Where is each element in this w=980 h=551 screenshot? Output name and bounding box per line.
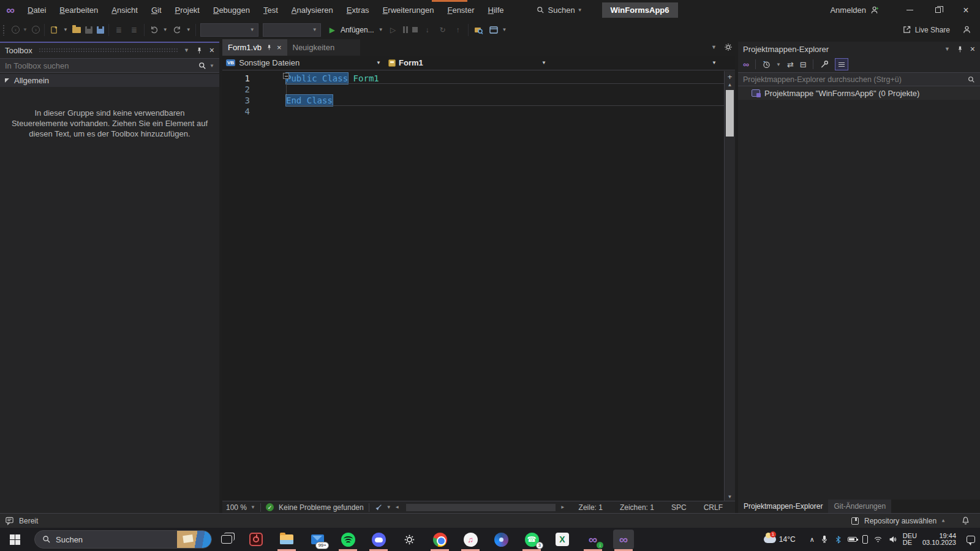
visual-studio-button[interactable]: ∞ xyxy=(616,532,631,547)
chevron-down-icon[interactable]: ▼ xyxy=(186,27,191,32)
toolbox-group-allgemein[interactable]: Allgemein xyxy=(0,74,219,87)
live-share-button[interactable]: Live Share xyxy=(902,25,980,34)
scrollbar-thumb[interactable] xyxy=(726,90,734,137)
pin-icon[interactable] xyxy=(956,45,964,53)
notification-center-icon[interactable] xyxy=(967,536,975,543)
chevron-down-icon[interactable]: ▼ xyxy=(209,63,214,69)
no-problems-check-icon[interactable]: ✓ xyxy=(266,503,274,511)
tab-form1-vb[interactable]: Form1.vb × xyxy=(222,39,287,56)
chevron-up-icon[interactable]: ▼ xyxy=(941,518,946,523)
code-line-1[interactable]: 1 Public Class Form1 xyxy=(222,73,735,84)
discord-button[interactable] xyxy=(371,532,386,547)
menu-erweiterungen[interactable]: Erweiterungen xyxy=(376,0,441,20)
wifi-icon[interactable] xyxy=(873,535,883,544)
caret-line-indicator[interactable]: Zeile: 1 xyxy=(570,503,611,512)
hot-reload-button[interactable]: ▷ xyxy=(388,24,399,36)
feedback-icon[interactable] xyxy=(5,516,14,525)
speaker-icon[interactable] xyxy=(888,535,897,544)
tab-neuigkeiten[interactable]: Neuigkeiten xyxy=(287,39,361,56)
scroll-up-icon[interactable]: ▲ xyxy=(725,82,735,88)
new-project-button[interactable] xyxy=(49,24,60,36)
code-editor[interactable]: 1 Public Class Form1 2 3 End Class 4 xyxy=(222,70,735,501)
mail-button[interactable]: 99+ xyxy=(310,532,325,547)
code-cleanup-broom-icon[interactable] xyxy=(374,503,383,512)
swirl-app-button[interactable] xyxy=(494,532,508,547)
toolbox-search-box[interactable]: In Toolbox suchen ▼ xyxy=(0,58,219,73)
attach-button[interactable]: Anfügen... xyxy=(341,26,374,34)
find-in-files-button[interactable] xyxy=(473,24,484,36)
select-repository-button[interactable]: Repository auswählen xyxy=(864,517,937,525)
show-all-files-icon[interactable] xyxy=(835,58,848,70)
pin-icon[interactable] xyxy=(195,47,203,54)
close-icon[interactable]: × xyxy=(970,44,975,54)
type-dropdown[interactable]: Form1 ▼ xyxy=(385,56,550,70)
menu-projekt[interactable]: Projekt xyxy=(168,0,206,20)
language-indicator[interactable]: DEU DE xyxy=(903,533,917,546)
pause-button[interactable] xyxy=(403,26,408,33)
solution-platforms-dropdown[interactable]: ▼ xyxy=(263,23,321,37)
start-debug-icon[interactable]: ▶ xyxy=(330,26,335,34)
taskbar-search-box[interactable]: Suchen xyxy=(34,530,212,549)
task-view-button[interactable] xyxy=(219,532,234,547)
redo-button[interactable] xyxy=(172,24,183,36)
itunes-button[interactable]: ♫ xyxy=(463,532,478,547)
chevron-down-icon[interactable]: ▼ xyxy=(386,504,391,510)
problems-label[interactable]: Keine Probleme gefunden xyxy=(279,503,364,512)
navigate-forward-button[interactable]: › xyxy=(32,26,40,34)
menu-datei[interactable]: Datei xyxy=(21,0,53,20)
start-button[interactable] xyxy=(7,532,22,547)
pin-icon[interactable] xyxy=(266,44,273,51)
restore-button[interactable] xyxy=(924,0,952,20)
code-line-3[interactable]: 3 End Class xyxy=(222,95,735,106)
split-editor-grip[interactable]: + xyxy=(725,72,735,81)
battery-icon[interactable] xyxy=(848,537,857,542)
solution-tree-body[interactable] xyxy=(738,100,980,500)
pending-changes-filter-clock-icon[interactable] xyxy=(762,60,771,69)
whatsapp-button[interactable]: ☎3 xyxy=(524,532,539,547)
chrome-button[interactable] xyxy=(432,532,447,547)
menu-git[interactable]: Git xyxy=(145,0,168,20)
chevron-down-icon[interactable]: ▼ xyxy=(776,62,781,67)
close-icon[interactable]: × xyxy=(277,43,282,52)
vs-installer-button[interactable]: ∞↓ xyxy=(586,532,600,547)
bell-icon[interactable] xyxy=(961,516,970,525)
horizontal-scrollbar[interactable] xyxy=(406,504,556,511)
menu-extras[interactable]: Extras xyxy=(340,0,376,20)
menu-ansicht[interactable]: Ansicht xyxy=(105,0,145,20)
stop-button[interactable] xyxy=(412,27,418,32)
editor-vertical-scrollbar[interactable]: + ▲ ▼ xyxy=(724,71,735,501)
menu-debuggen[interactable]: Debuggen xyxy=(206,0,257,20)
step-into-button[interactable]: ↓ xyxy=(422,24,433,36)
chevron-down-icon[interactable]: ▼ xyxy=(251,504,255,510)
hidden-icons-chevron[interactable]: ∧ xyxy=(810,536,815,544)
solution-title-bar[interactable]: Projektmappen-Explorer ▼ × xyxy=(738,42,980,56)
menu-test[interactable]: Test xyxy=(257,0,285,20)
comment-out-button[interactable]: ≣ xyxy=(113,24,124,36)
chevron-down-icon[interactable]: ▼ xyxy=(23,27,28,32)
excel-button[interactable]: X xyxy=(555,532,570,547)
save-all-button[interactable] xyxy=(97,26,104,34)
search-highlight-image[interactable] xyxy=(177,531,211,548)
toolbox-title-bar[interactable]: Toolbox ▼ × xyxy=(0,43,219,58)
solution-tree-root[interactable]: Projektmappe "WinFormsApp6" (0 Projekte) xyxy=(738,86,980,100)
zoom-level-dropdown[interactable]: 100 % xyxy=(226,503,247,512)
tab-solution-explorer[interactable]: Projektmappen-Explorer xyxy=(738,500,828,513)
panel-options-chevron-icon[interactable]: ▼ xyxy=(944,46,950,52)
navigate-back-button[interactable]: ‹ xyxy=(12,26,20,34)
chevron-down-icon[interactable]: ▼ xyxy=(502,27,507,32)
file-explorer-button[interactable] xyxy=(279,532,294,547)
open-file-button[interactable] xyxy=(72,27,81,33)
phone-link-icon[interactable] xyxy=(862,535,868,544)
bluetooth-icon[interactable] xyxy=(834,536,842,544)
menu-fenster[interactable]: Fenster xyxy=(440,0,481,20)
save-button[interactable] xyxy=(85,26,92,34)
global-search-button[interactable]: Suchen ▼ xyxy=(532,4,587,17)
menu-bearbeiten[interactable]: Bearbeiten xyxy=(53,0,105,20)
settings-button[interactable] xyxy=(402,532,417,547)
window-layout-button[interactable] xyxy=(488,24,499,36)
step-out-button[interactable]: ↑ xyxy=(453,24,464,36)
person-icon[interactable] xyxy=(962,25,971,34)
sign-in-button[interactable]: Anmelden xyxy=(830,6,880,15)
uncomment-button[interactable]: ≣ xyxy=(129,24,140,36)
project-scope-dropdown[interactable]: VB Sonstige Dateien ▼ xyxy=(222,56,385,70)
